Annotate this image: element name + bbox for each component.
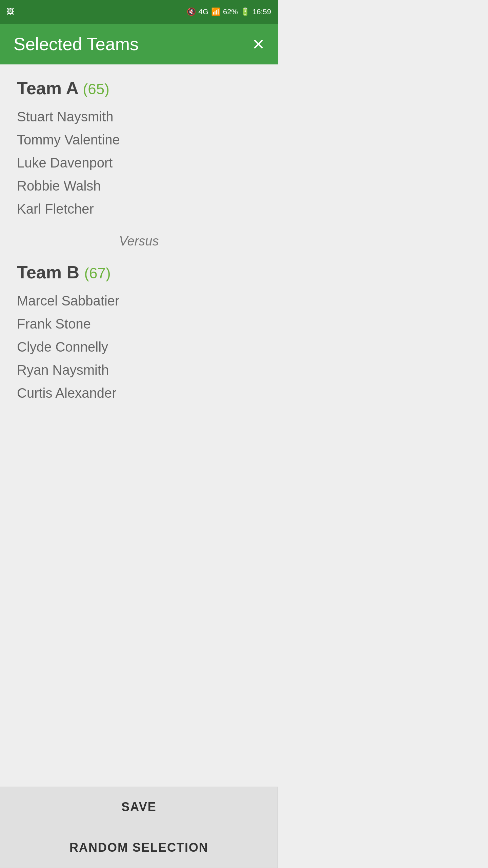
team-b-header: Team B (67) xyxy=(17,262,261,282)
page-title: Selected Teams xyxy=(14,34,139,54)
mute-icon: 🔇 xyxy=(187,7,196,16)
battery-level: 62% xyxy=(223,7,238,16)
team-b-player-list: Marcel Sabbatier Frank Stone Clyde Conne… xyxy=(17,289,261,405)
random-selection-button[interactable]: RANDOM SELECTION xyxy=(0,827,278,868)
list-item: Robbie Walsh xyxy=(17,174,261,197)
team-a-count: (65) xyxy=(83,81,109,97)
team-a-section: Team A (65) Stuart Naysmith Tommy Valent… xyxy=(17,78,261,220)
list-item: Curtis Alexander xyxy=(17,381,261,405)
team-a-header: Team A (65) xyxy=(17,78,261,98)
list-item: Luke Davenport xyxy=(17,151,261,174)
save-button[interactable]: SAVE xyxy=(0,787,278,827)
list-item: Clyde Connelly xyxy=(17,335,261,358)
app-bar: Selected Teams × xyxy=(0,24,278,64)
list-item: Frank Stone xyxy=(17,312,261,335)
versus-label: Versus xyxy=(17,234,261,249)
signal-icon: 📶 xyxy=(211,7,220,16)
status-bar: 🖼 🔇 4G 📶 62% 🔋 16:59 xyxy=(0,0,278,24)
status-bar-left: 🖼 xyxy=(7,7,14,16)
team-a-player-list: Stuart Naysmith Tommy Valentine Luke Dav… xyxy=(17,105,261,220)
close-button[interactable]: × xyxy=(252,34,264,54)
network-type: 4G xyxy=(199,7,208,16)
list-item: Marcel Sabbatier xyxy=(17,289,261,312)
team-b-section: Team B (67) Marcel Sabbatier Frank Stone… xyxy=(17,262,261,405)
status-bar-right: 🔇 4G 📶 62% 🔋 16:59 xyxy=(187,7,271,16)
list-item: Tommy Valentine xyxy=(17,128,261,151)
list-item: Ryan Naysmith xyxy=(17,358,261,381)
team-b-name: Team B xyxy=(17,262,79,282)
team-b-count: (67) xyxy=(84,265,110,281)
list-item: Karl Fletcher xyxy=(17,197,261,220)
bottom-buttons: SAVE RANDOM SELECTION xyxy=(0,787,278,868)
list-item: Stuart Naysmith xyxy=(17,105,261,128)
team-a-name: Team A xyxy=(17,78,78,98)
image-icon: 🖼 xyxy=(7,7,14,16)
battery-icon: 🔋 xyxy=(241,7,250,16)
time: 16:59 xyxy=(252,7,271,16)
main-content: Team A (65) Stuart Naysmith Tommy Valent… xyxy=(0,64,278,773)
